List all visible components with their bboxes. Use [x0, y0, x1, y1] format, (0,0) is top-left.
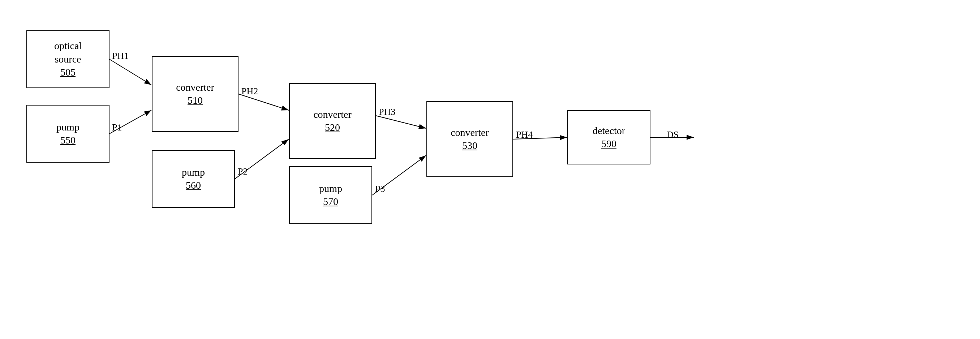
- label-ph3: PH3: [379, 107, 395, 118]
- label-p1: P1: [112, 122, 122, 133]
- pump-560-label: pump: [182, 166, 205, 179]
- pump-570-number: 570: [323, 195, 338, 208]
- converter-530-number: 530: [462, 139, 477, 152]
- label-ph4: PH4: [516, 129, 533, 140]
- converter-520-label: converter: [313, 108, 352, 121]
- box-converter-510: converter 510: [152, 56, 239, 132]
- pump-550-label: pump: [56, 121, 80, 134]
- converter-510-number: 510: [188, 94, 203, 107]
- diagram-container: opticalsource 505 pump 550 converter 510…: [0, 0, 980, 339]
- box-optical-source: opticalsource 505: [26, 30, 110, 88]
- detector-590-label: detector: [593, 124, 625, 137]
- box-detector-590: detector 590: [567, 110, 651, 164]
- converter-520-number: 520: [325, 121, 340, 134]
- optical-source-label: opticalsource: [54, 40, 82, 66]
- arrow-ph1: [110, 59, 151, 85]
- label-ds: DS: [667, 129, 679, 140]
- optical-source-number: 505: [60, 66, 76, 79]
- pump-570-label: pump: [319, 182, 342, 195]
- label-ph2: PH2: [242, 86, 258, 97]
- box-pump-570: pump 570: [289, 166, 372, 224]
- pump-550-number: 550: [60, 134, 76, 147]
- box-pump-560: pump 560: [152, 150, 235, 208]
- arrow-ph3: [376, 116, 426, 128]
- label-ph1: PH1: [112, 51, 129, 61]
- label-p3: P3: [375, 184, 385, 194]
- converter-510-label: converter: [176, 81, 214, 94]
- box-converter-530: converter 530: [426, 101, 513, 177]
- detector-590-number: 590: [601, 137, 616, 150]
- box-pump-550: pump 550: [26, 105, 110, 162]
- label-p2: P2: [238, 166, 248, 177]
- pump-560-number: 560: [186, 179, 201, 192]
- box-converter-520: converter 520: [289, 83, 376, 159]
- converter-530-label: converter: [450, 126, 489, 139]
